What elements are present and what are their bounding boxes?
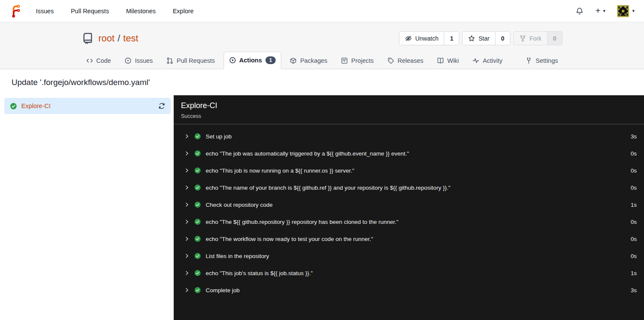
tab-packages[interactable]: Packages xyxy=(285,53,332,69)
wrench-icon xyxy=(525,57,532,64)
job-step-row[interactable]: List files in the repository 0s xyxy=(174,247,644,264)
job-step-row[interactable]: echo "This job is now running on a ${{ r… xyxy=(174,162,644,179)
tab-settings-label: Settings xyxy=(536,57,558,64)
book-open-icon xyxy=(437,57,444,64)
navbar-right: + ▾ ▾ xyxy=(576,5,635,17)
unwatch-label: Unwatch xyxy=(415,35,438,42)
chevron-down-icon: ▾ xyxy=(603,9,606,13)
tab-projects[interactable]: Projects xyxy=(336,53,379,69)
refresh-icon[interactable] xyxy=(158,103,165,109)
job-step-row[interactable]: Complete job 3s xyxy=(174,282,644,299)
step-name: Set up job xyxy=(206,133,232,140)
jobs-sidebar: Explore-CI xyxy=(0,95,174,320)
chevron-right-icon[interactable] xyxy=(184,219,189,224)
issue-circle-dot-icon xyxy=(125,57,131,64)
navbar-item-issues[interactable]: Issues xyxy=(36,8,54,15)
workflow-run-layout: Explore-CI Explore-CI Success Set up job xyxy=(0,95,644,320)
job-step-row[interactable]: echo "This job's status is ${{ job.statu… xyxy=(174,264,644,282)
repo-title-row: root / test Unwatch 1 xyxy=(81,22,563,52)
package-icon xyxy=(290,57,297,64)
chevron-right-icon[interactable] xyxy=(184,168,189,173)
navbar-item-explore[interactable]: Explore xyxy=(173,8,194,15)
fork-icon xyxy=(519,35,526,42)
chevron-right-icon[interactable] xyxy=(184,185,189,190)
page-title: Update '.forgejo/workflows/demo.yaml' xyxy=(0,69,644,95)
tab-code-label: Code xyxy=(96,57,111,64)
job-status: Success xyxy=(181,113,637,120)
stars-count[interactable]: 0 xyxy=(495,32,510,45)
tab-actions[interactable]: Actions 1 xyxy=(224,52,282,69)
chevron-right-icon[interactable] xyxy=(184,270,189,276)
watchers-count[interactable]: 1 xyxy=(444,32,459,45)
step-name: echo "This job is now running on a ${{ r… xyxy=(206,167,354,174)
tab-releases[interactable]: Releases xyxy=(382,53,428,69)
job-steps-list: Set up job 3s echo "The job was automati… xyxy=(174,124,644,299)
check-circle-icon xyxy=(194,287,201,294)
check-circle-icon xyxy=(10,103,17,110)
chevron-right-icon[interactable] xyxy=(184,151,189,156)
step-duration: 0s xyxy=(631,219,637,225)
job-item-explore-ci[interactable]: Explore-CI xyxy=(4,98,171,114)
step-duration: 3s xyxy=(631,287,637,294)
pulse-icon xyxy=(472,57,479,64)
repo-tab-bar: Code Issues Pull Requests Actions 1 xyxy=(81,52,563,69)
job-step-row[interactable]: echo "The job was automatically triggere… xyxy=(174,145,644,162)
job-step-row[interactable]: echo "The ${{ github.repository }} repos… xyxy=(174,213,644,230)
tab-pull-requests-label: Pull Requests xyxy=(177,57,215,64)
forgejo-logo-icon[interactable] xyxy=(9,4,23,18)
pull-request-icon xyxy=(166,57,173,64)
tab-wiki[interactable]: Wiki xyxy=(432,53,464,69)
step-name: echo "The workflow is now ready to test … xyxy=(206,236,373,242)
job-panel-title: Explore-CI xyxy=(181,100,637,111)
tab-pull-requests[interactable]: Pull Requests xyxy=(161,53,220,69)
step-name: Complete job xyxy=(206,287,240,294)
chevron-right-icon[interactable] xyxy=(184,236,189,241)
repo-header: root / test Unwatch 1 xyxy=(0,22,644,69)
repo-name-link[interactable]: test xyxy=(123,33,138,44)
job-step-row[interactable]: echo "The workflow is now ready to test … xyxy=(174,230,644,247)
tab-wiki-label: Wiki xyxy=(447,57,459,64)
tab-issues[interactable]: Issues xyxy=(119,53,158,69)
notifications-bell-icon[interactable] xyxy=(576,7,583,15)
forks-count: 0 xyxy=(547,32,562,45)
chevron-right-icon[interactable] xyxy=(184,288,189,293)
chevron-right-icon[interactable] xyxy=(184,202,189,207)
tab-code[interactable]: Code xyxy=(81,53,117,69)
job-step-row[interactable]: echo "The name of your branch is ${{ git… xyxy=(174,179,644,196)
repo-owner-link[interactable]: root xyxy=(99,33,115,44)
step-duration: 0s xyxy=(631,150,637,157)
user-menu[interactable]: ▾ xyxy=(617,5,635,17)
chevron-right-icon[interactable] xyxy=(184,134,189,139)
navbar-item-milestones[interactable]: Milestones xyxy=(126,8,155,15)
step-duration: 1s xyxy=(631,202,637,208)
actions-count-badge: 1 xyxy=(265,56,276,64)
tab-packages-label: Packages xyxy=(300,57,327,64)
create-new-dropdown[interactable]: + ▾ xyxy=(595,6,605,16)
step-name: Check out repository code xyxy=(206,202,273,208)
tab-activity[interactable]: Activity xyxy=(467,53,507,69)
navbar-item-pull-requests[interactable]: Pull Requests xyxy=(71,8,109,15)
step-duration: 3s xyxy=(631,133,637,140)
chevron-right-icon[interactable] xyxy=(184,253,189,258)
job-step-row[interactable]: Set up job 3s xyxy=(174,128,644,145)
check-circle-icon xyxy=(194,150,201,157)
eye-off-icon xyxy=(405,35,412,42)
check-circle-icon xyxy=(194,235,201,242)
tab-settings[interactable]: Settings xyxy=(520,53,563,69)
repo-tab-strip: Code Issues Pull Requests Actions 1 xyxy=(0,52,644,69)
repo-title: root / test xyxy=(99,33,139,44)
check-circle-icon xyxy=(194,167,201,174)
plus-icon: + xyxy=(595,6,600,16)
repo-slash: / xyxy=(117,33,120,44)
step-name: List files in the repository xyxy=(206,253,269,259)
job-name: Explore-CI xyxy=(21,103,51,109)
job-step-row[interactable]: Check out repository code 1s xyxy=(174,196,644,213)
star-button[interactable]: Star 0 xyxy=(462,31,510,45)
step-duration: 0s xyxy=(631,236,637,242)
check-circle-icon xyxy=(194,201,201,208)
tab-issues-label: Issues xyxy=(135,57,153,64)
code-icon xyxy=(86,57,93,64)
unwatch-button[interactable]: Unwatch 1 xyxy=(399,31,459,45)
check-circle-icon xyxy=(194,184,201,191)
step-duration: 1s xyxy=(631,270,637,276)
